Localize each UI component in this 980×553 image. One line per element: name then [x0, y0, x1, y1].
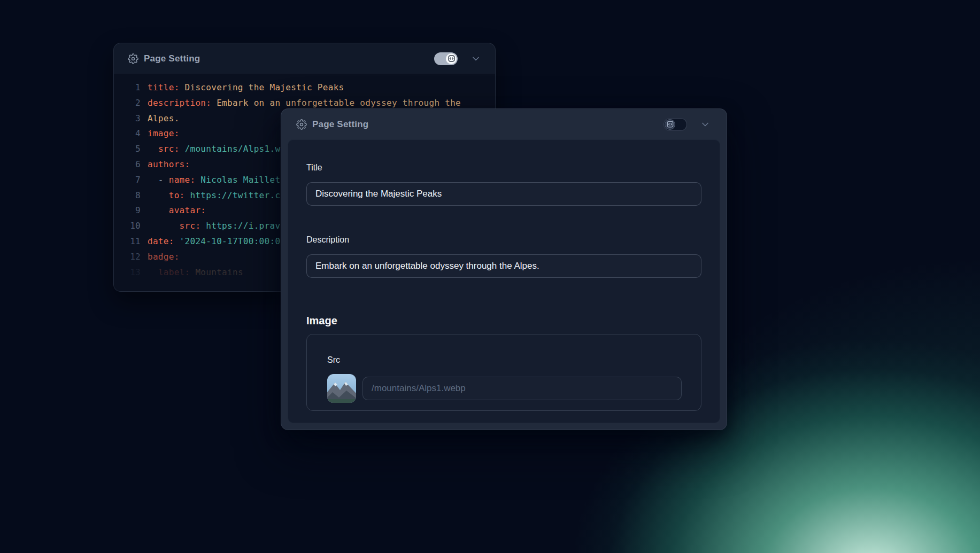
line-number: 1	[114, 80, 141, 96]
line-number: 2	[114, 96, 141, 111]
line-number: 6	[114, 157, 141, 173]
yaml-panel-header: Page Setting	[114, 43, 495, 74]
toggle-knob	[446, 53, 457, 64]
code-text: avatar:	[141, 203, 206, 219]
image-src-input[interactable]	[362, 377, 682, 400]
code-line: 1title: Discovering the Majestic Peaks	[114, 80, 495, 96]
line-number: 7	[114, 173, 141, 188]
title-input[interactable]	[306, 182, 701, 206]
code-text: Alpes.	[141, 111, 180, 127]
code-text: authors:	[141, 157, 190, 173]
line-number: 12	[114, 250, 141, 265]
code-icon	[667, 121, 674, 128]
code-text: to: https://twitter.c	[141, 188, 280, 204]
code-text: src: /mountains/Alps1.webp	[141, 142, 296, 157]
image-section: Src	[306, 334, 701, 411]
gear-icon	[128, 53, 138, 64]
src-field-label: Src	[327, 355, 682, 365]
editor-mode-toggle[interactable]	[434, 52, 458, 65]
line-number: 11	[114, 234, 141, 250]
code-text: - name: Nicolas Maillet	[141, 173, 280, 188]
toggle-knob	[665, 119, 675, 130]
description-field-label: Description	[306, 235, 701, 245]
yaml-panel-title: Page Setting	[144, 53, 200, 64]
chevron-down-icon[interactable]	[700, 119, 711, 130]
line-number: 10	[114, 219, 141, 234]
page-setting-form: Title Description Image Src	[288, 139, 720, 423]
code-text: label: Mountains	[141, 265, 243, 281]
image-section-heading: Image	[306, 314, 701, 327]
line-number: 13	[114, 265, 141, 281]
code-text: src: https://i.prav	[141, 219, 280, 234]
gear-icon	[296, 119, 307, 130]
editor-mode-toggle[interactable]	[663, 118, 687, 131]
form-body: Title Description Image Src	[288, 140, 720, 411]
image-src-row	[327, 374, 682, 403]
app-background: Page Setting 1title: Discovering the Maj…	[0, 0, 980, 553]
line-number: 9	[114, 203, 141, 219]
page-setting-form-panel: Page Setting Title Description Image	[281, 108, 727, 430]
code-text: date: '2024-10-17T00:00:0	[141, 234, 280, 250]
code-text: badge:	[141, 250, 180, 265]
code-icon	[448, 55, 455, 62]
code-text: title: Discovering the Majestic Peaks	[141, 80, 344, 96]
line-number: 5	[114, 142, 141, 157]
form-panel-title: Page Setting	[312, 119, 368, 130]
line-number: 4	[114, 126, 141, 142]
form-panel-header: Page Setting	[281, 109, 727, 139]
title-field-label: Title	[306, 162, 701, 173]
line-number: 8	[114, 188, 141, 204]
line-number: 3	[114, 111, 141, 127]
code-text: image:	[141, 126, 180, 142]
mountain-thumbnail-image	[327, 374, 356, 403]
description-input[interactable]	[306, 254, 701, 278]
chevron-down-icon[interactable]	[470, 53, 481, 64]
